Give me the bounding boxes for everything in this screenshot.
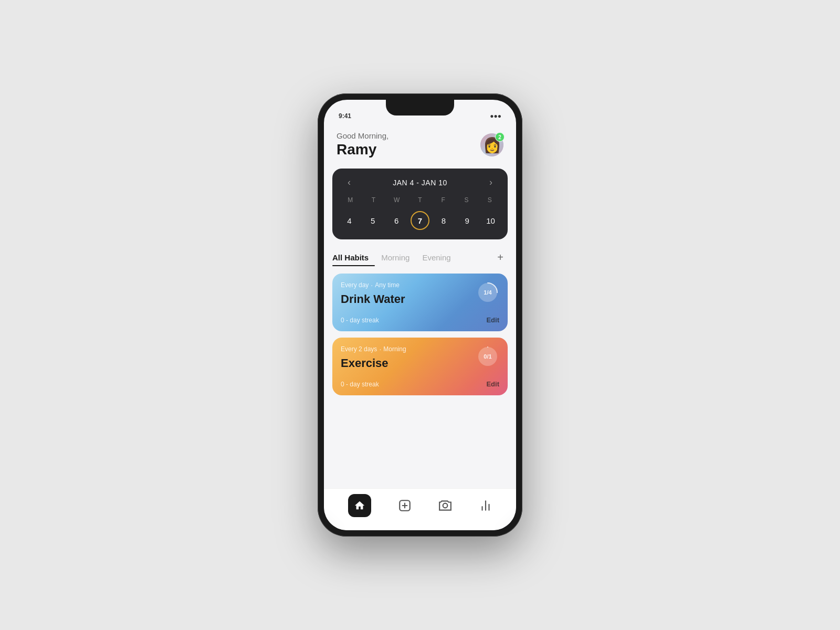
nav-add[interactable] [390,495,420,517]
habit-edit-exercise[interactable]: Edit [486,380,499,388]
progress-circle-exercise[interactable]: 0/1 [476,345,499,368]
bottom-navigation [324,488,516,530]
notification-badge: 2 [495,132,505,142]
habit-streak-exercise: 0 - day streak [341,381,379,388]
tabs-list: All Habits Morning Evening [332,250,457,265]
habit-frequency-exercise: Every 2 days [341,345,377,353]
habit-card-header-exercise: Every 2 days · Morning Exercise [341,345,499,370]
camera-icon [438,499,452,512]
progress-circle-water[interactable]: 1/4 [476,281,499,304]
habit-streak-water: 0 - day streak [341,317,379,324]
date-num-10[interactable]: 10 [481,211,500,230]
habit-footer-water: 0 - day streak Edit [341,316,499,324]
date-cell-6[interactable]: 6 [386,210,407,231]
user-name: Ramy [337,141,388,158]
date-cell-9[interactable]: 9 [456,210,478,231]
date-cell-10[interactable]: 10 [480,210,501,231]
day-label-thu: T [408,194,432,206]
date-num-5[interactable]: 5 [363,211,382,230]
calendar-next-button[interactable]: › [485,177,497,188]
date-num-9[interactable]: 9 [458,211,477,230]
day-label-sat: S [455,194,478,206]
add-icon [398,499,412,512]
habit-card-header-water: Every day · Any time Drink Water [341,281,499,306]
date-cell-7[interactable]: 7 [410,210,431,231]
calendar-prev-button[interactable]: ‹ [343,177,355,188]
date-cell-4[interactable]: 4 [339,210,360,231]
calendar-dates: 4 5 6 7 8 9 10 [332,206,508,239]
habit-edit-water[interactable]: Edit [486,316,499,324]
nav-stats[interactable] [470,495,501,517]
progress-label-exercise: 0/1 [484,353,491,360]
tab-evening[interactable]: Evening [416,250,457,265]
habit-footer-exercise: 0 - day streak Edit [341,380,499,388]
tab-all-habits[interactable]: All Habits [332,250,375,265]
day-label-mon: M [339,194,362,206]
date-num-6[interactable]: 6 [387,211,406,230]
add-habit-button[interactable]: + [493,250,508,265]
habit-title-water: Drink Water [341,292,499,306]
progress-label-water: 1/4 [484,289,491,296]
habit-card-exercise[interactable]: Every 2 days · Morning Exercise 0 - day … [332,338,508,395]
header-section: Good Morning, Ramy 2 [324,123,516,164]
habit-card-drink-water[interactable]: Every day · Any time Drink Water 0 - day… [332,274,508,331]
calendar-range-label: JAN 4 - JAN 10 [393,178,447,187]
calendar-header: ‹ JAN 4 - JAN 10 › [332,169,508,194]
tab-morning[interactable]: Morning [375,250,416,265]
status-icons: ●●● [490,112,501,120]
date-num-7[interactable]: 7 [411,211,429,230]
greeting-block: Good Morning, Ramy [337,131,388,158]
tabs-section: All Habits Morning Evening + [332,250,508,265]
phone-screen: 9:41 ●●● Good Morning, Ramy 2 [324,100,516,530]
date-cell-8[interactable]: 8 [433,210,454,231]
dot-exercise: · [379,345,381,353]
day-label-wed: W [385,194,408,206]
dot-water: · [371,281,373,289]
home-icon [354,500,365,511]
content-area: Good Morning, Ramy 2 ‹ JAN 4 - JAN 10 › [324,123,516,530]
svg-point-7 [443,503,447,508]
calendar-days-header: M T W T F S S [332,194,508,206]
greeting-text: Good Morning, [337,131,388,140]
nav-camera[interactable] [430,495,460,517]
habit-title-exercise: Exercise [341,356,499,370]
date-num-8[interactable]: 8 [434,211,453,230]
day-label-sun: S [478,194,501,206]
habit-time-exercise: Morning [383,345,406,353]
avatar-button[interactable]: 2 [480,133,503,156]
date-cell-5[interactable]: 5 [362,210,384,231]
calendar-section: ‹ JAN 4 - JAN 10 › M T W T F S S 4 5 6 [332,169,508,239]
day-label-fri: F [432,194,455,206]
phone-notch [386,100,454,116]
chart-icon [479,499,492,512]
habits-list: Every day · Any time Drink Water 0 - day… [332,274,508,395]
habit-meta-exercise: Every 2 days · Morning [341,345,499,353]
habit-frequency-water: Every day [341,281,369,289]
status-time: 9:41 [339,112,351,120]
habit-time-water: Any time [375,281,400,289]
day-label-tue: T [362,194,385,206]
home-icon-box [348,494,371,517]
phone-frame: 9:41 ●●● Good Morning, Ramy 2 [318,93,522,537]
nav-home[interactable] [340,490,380,521]
habit-meta-water: Every day · Any time [341,281,499,289]
date-num-4[interactable]: 4 [340,211,359,230]
